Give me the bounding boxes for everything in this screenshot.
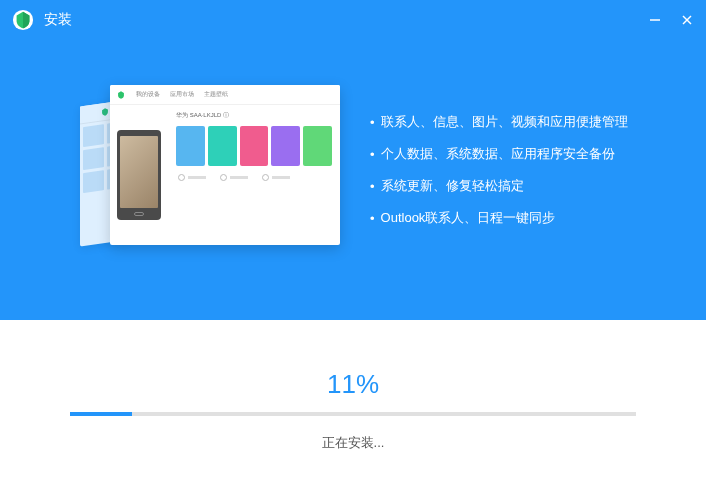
progress-status: 正在安装... bbox=[322, 434, 385, 452]
close-button[interactable] bbox=[680, 13, 694, 27]
preview-tab: 我的设备 bbox=[136, 90, 160, 99]
feature-text: 联系人、信息、图片、视频和应用便捷管理 bbox=[381, 113, 628, 131]
preview-main-card: 我的设备 应用市场 主题壁纸 华为 SAA·LKJLD ⓘ bbox=[110, 85, 340, 245]
titlebar: 安装 bbox=[0, 0, 706, 40]
feature-text: Outlook联系人、日程一键同步 bbox=[381, 209, 556, 227]
bullet-icon: • bbox=[370, 147, 375, 162]
phone-icon bbox=[117, 130, 161, 220]
feature-item: • Outlook联系人、日程一键同步 bbox=[370, 209, 628, 227]
app-logo-icon bbox=[12, 9, 34, 31]
bullet-icon: • bbox=[370, 211, 375, 226]
bullet-icon: • bbox=[370, 115, 375, 130]
minimize-button[interactable] bbox=[648, 13, 662, 27]
feature-text: 个人数据、系统数据、应用程序安全备份 bbox=[381, 145, 615, 163]
window-title: 安装 bbox=[44, 11, 648, 29]
feature-list: • 联系人、信息、图片、视频和应用便捷管理 • 个人数据、系统数据、应用程序安全… bbox=[370, 113, 628, 227]
preview-tab: 主题壁纸 bbox=[204, 90, 228, 99]
progress-area: 11% 正在安装... bbox=[0, 320, 706, 501]
feature-item: • 系统更新、修复轻松搞定 bbox=[370, 177, 628, 195]
feature-text: 系统更新、修复轻松搞定 bbox=[381, 177, 524, 195]
installer-window: 安装 我的设备 应用市场 bbox=[0, 0, 706, 501]
progress-fill bbox=[70, 412, 132, 416]
feature-item: • 联系人、信息、图片、视频和应用便捷管理 bbox=[370, 113, 628, 131]
preview-tab: 应用市场 bbox=[170, 90, 194, 99]
preview-illustration: 我的设备 应用市场 主题壁纸 华为 SAA·LKJLD ⓘ bbox=[80, 85, 340, 255]
bullet-icon: • bbox=[370, 179, 375, 194]
progress-bar bbox=[70, 412, 636, 416]
progress-percent: 11% bbox=[327, 369, 379, 400]
window-controls bbox=[648, 13, 694, 27]
header-area: 安装 我的设备 应用市场 bbox=[0, 0, 706, 320]
feature-item: • 个人数据、系统数据、应用程序安全备份 bbox=[370, 145, 628, 163]
preview-device-name: 华为 SAA·LKJLD ⓘ bbox=[176, 111, 332, 120]
hero-content: 我的设备 应用市场 主题壁纸 华为 SAA·LKJLD ⓘ bbox=[0, 40, 706, 320]
